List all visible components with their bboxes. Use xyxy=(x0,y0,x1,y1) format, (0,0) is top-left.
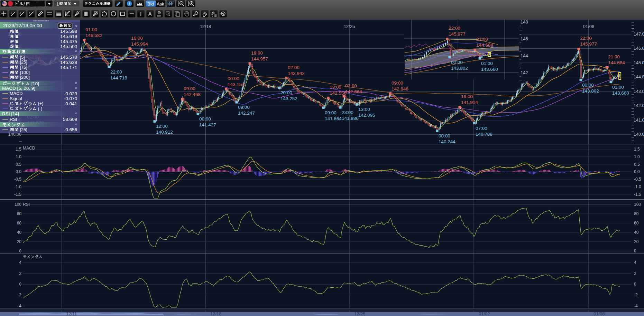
svg-text:×: × xyxy=(75,111,77,115)
svg-text:1.0: 1.0 xyxy=(16,154,21,159)
svg-text:0: 0 xyxy=(634,249,636,253)
svg-text:19:00: 19:00 xyxy=(461,94,473,99)
svg-text:145.598: 145.598 xyxy=(60,29,77,34)
svg-text:12:00: 12:00 xyxy=(156,124,168,129)
svg-text:A: A xyxy=(148,11,152,17)
svg-text:01:00: 01:00 xyxy=(612,85,624,90)
svg-text:×: × xyxy=(75,122,77,126)
svg-text:0.5: 0.5 xyxy=(634,162,640,167)
svg-text:-0.070: -0.070 xyxy=(64,96,77,101)
svg-text:0.0: 0.0 xyxy=(16,169,21,174)
svg-text:-0.656: -0.656 xyxy=(64,127,77,132)
svg-text:0: 0 xyxy=(19,249,21,253)
svg-text:20: 20 xyxy=(17,239,22,244)
svg-text:×: × xyxy=(75,49,77,53)
svg-text:142.664: 142.664 xyxy=(345,89,362,94)
svg-text:01:00: 01:00 xyxy=(481,61,493,66)
svg-text:148: 148 xyxy=(521,19,528,25)
svg-text:-1.5: -1.5 xyxy=(14,192,21,197)
svg-text:09:00: 09:00 xyxy=(392,80,403,86)
svg-text:144.718: 144.718 xyxy=(110,75,127,80)
svg-text:145.977: 145.977 xyxy=(449,31,466,37)
svg-text:23:00: 23:00 xyxy=(342,110,353,115)
svg-text:143.942: 143.942 xyxy=(288,71,305,76)
svg-text:144.684: 144.684 xyxy=(476,42,493,48)
svg-text:141.886: 141.886 xyxy=(342,116,359,121)
svg-text:00:00: 00:00 xyxy=(582,83,594,88)
svg-text:140.788: 140.788 xyxy=(476,132,493,137)
svg-text:12/25: 12/25 xyxy=(354,311,366,316)
svg-text:80: 80 xyxy=(634,211,639,216)
svg-text:146.582: 146.582 xyxy=(85,33,102,38)
svg-text:0: 0 xyxy=(634,282,636,287)
svg-text:-2: -2 xyxy=(18,293,21,297)
svg-text:143.802: 143.802 xyxy=(582,88,599,94)
svg-text:53.608: 53.608 xyxy=(63,117,77,122)
svg-text:09:00: 09:00 xyxy=(184,86,195,91)
svg-text:141.914: 141.914 xyxy=(461,100,478,105)
svg-text:×: × xyxy=(75,24,77,29)
svg-text:100: 100 xyxy=(634,202,641,207)
svg-text:(-): (-) xyxy=(37,106,42,111)
svg-text:-2: -2 xyxy=(634,293,638,297)
svg-text:1.5: 1.5 xyxy=(634,147,640,152)
svg-text:145.475: 145.475 xyxy=(60,39,77,44)
svg-text:100: 100 xyxy=(15,202,21,207)
svg-text:143.252: 143.252 xyxy=(280,96,297,101)
svg-text:MACD: MACD xyxy=(23,146,35,151)
svg-text:[100]: [100] xyxy=(19,70,30,75)
svg-text:00:00: 00:00 xyxy=(451,60,463,65)
svg-text:145.500: 145.500 xyxy=(60,44,77,49)
svg-text:22:00: 22:00 xyxy=(449,26,460,31)
svg-text:145.171: 145.171 xyxy=(60,65,77,70)
svg-text:147.00: 147.00 xyxy=(634,32,644,37)
svg-text:1.0: 1.0 xyxy=(634,154,640,159)
svg-text:2023/12/13 05:00: 2023/12/13 05:00 xyxy=(3,23,42,28)
svg-text:/: / xyxy=(24,1,25,7)
svg-text:00:00: 00:00 xyxy=(228,76,239,81)
svg-text:-1.0: -1.0 xyxy=(14,184,21,189)
svg-text:-0.5: -0.5 xyxy=(634,177,641,182)
svg-text:-4: -4 xyxy=(18,304,21,308)
svg-text:22:00: 22:00 xyxy=(580,36,592,41)
svg-text:RSI: RSI xyxy=(10,117,17,122)
svg-text:Bid: Bid xyxy=(147,1,154,7)
svg-text:13:00: 13:00 xyxy=(358,107,370,112)
svg-text:(+): (+) xyxy=(37,101,43,106)
svg-text:20:00: 20:00 xyxy=(280,90,292,95)
svg-text:00:00: 00:00 xyxy=(199,116,211,122)
svg-text:143.00: 143.00 xyxy=(634,89,644,94)
svg-text:01/02: 01/02 xyxy=(479,311,490,316)
svg-text:21:00: 21:00 xyxy=(476,37,488,42)
svg-text:141.00: 141.00 xyxy=(634,118,644,123)
svg-text:-1.0: -1.0 xyxy=(634,184,641,189)
svg-text:RSI: RSI xyxy=(23,202,30,207)
svg-text:Ask: Ask xyxy=(157,1,164,7)
svg-text:4: 4 xyxy=(634,260,636,265)
svg-text:01/08: 01/08 xyxy=(594,311,605,316)
svg-text:3: 3 xyxy=(29,11,30,14)
svg-text:-1.5: -1.5 xyxy=(634,192,641,197)
svg-text:12/18: 12/18 xyxy=(210,311,222,316)
svg-text:2: 2 xyxy=(19,271,21,276)
svg-text:145.994: 145.994 xyxy=(131,41,148,47)
svg-text:145.00: 145.00 xyxy=(634,60,644,65)
svg-text:145.570: 145.570 xyxy=(60,55,77,60)
svg-text:RSI [14]: RSI [14] xyxy=(2,111,19,116)
svg-text:60: 60 xyxy=(17,221,22,226)
svg-text:MACD: MACD xyxy=(10,91,22,96)
svg-text:0.041: 0.041 xyxy=(65,101,77,106)
svg-text:×: × xyxy=(75,81,77,85)
svg-text:1: 1 xyxy=(10,11,12,14)
svg-text:145.628: 145.628 xyxy=(60,60,77,65)
svg-text:80: 80 xyxy=(17,211,22,216)
svg-text:142.468: 142.468 xyxy=(184,92,201,97)
svg-text:02:00: 02:00 xyxy=(288,65,300,70)
svg-text:141.864: 141.864 xyxy=(325,116,342,121)
svg-text:19:00: 19:00 xyxy=(251,50,263,56)
svg-text:00:00: 00:00 xyxy=(439,133,450,138)
svg-text:-0.5: -0.5 xyxy=(14,177,21,182)
svg-text:142.848: 142.848 xyxy=(392,86,408,92)
svg-text:×: × xyxy=(75,86,77,90)
svg-text:146: 146 xyxy=(521,36,528,41)
